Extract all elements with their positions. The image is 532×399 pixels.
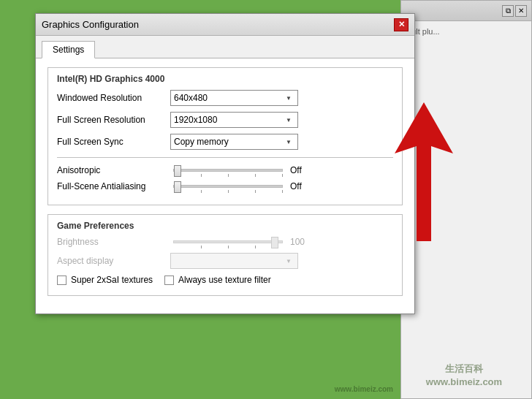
tick-8 [282, 190, 283, 193]
brightness-slider [173, 240, 283, 243]
windowed-resolution-label: Windowed Resolution [57, 93, 170, 103]
antialiasing-row: Full-Scene Antialiasing Off [57, 181, 393, 191]
fullscreen-resolution-dropdown[interactable]: 1920x1080 ▼ [170, 112, 298, 128]
fullscreen-sync-arrow-icon: ▼ [283, 134, 294, 149]
tab-settings[interactable]: Settings [42, 41, 95, 58]
aspect-display-arrow-icon: ▼ [283, 254, 294, 268]
tick-6 [228, 190, 229, 193]
dialog-title: Graphics Configuration [42, 19, 139, 30]
aspect-display-dropdown: ▼ [170, 253, 298, 269]
tab-strip: Settings [36, 36, 414, 58]
texture-filter-row: Always use texture filter [164, 275, 271, 285]
anisotropic-slider[interactable] [173, 169, 283, 172]
brightness-row: Brightness 100 [57, 237, 393, 247]
brightness-thumb [271, 237, 278, 248]
bg-window-content: ault plu... [401, 21, 531, 42]
chinese-watermark: 生活百科www.bimeiz.com [402, 354, 526, 398]
game-preferences-title: Game Preferences [57, 221, 393, 231]
fullscreen-sync-value: Copy memory [174, 137, 283, 147]
graphics-config-dialog: Graphics Configuration ✕ Settings Intel(… [35, 13, 415, 314]
game-preferences-section: Game Preferences Brightness 100 Aspect d… [48, 214, 403, 296]
antialiasing-label: Full-Scene Antialiasing [57, 181, 170, 191]
antialiasing-slider[interactable] [173, 185, 283, 188]
brightness-label: Brightness [57, 237, 170, 247]
tick-9 [201, 246, 202, 248]
chinese-text: 生活百科www.bimeiz.com [426, 362, 502, 389]
fullscreen-resolution-arrow-icon: ▼ [283, 113, 294, 127]
tick-2 [228, 174, 229, 177]
bg-close-button[interactable]: ✕ [515, 5, 527, 17]
fullscreen-sync-row: Full Screen Sync Copy memory ▼ [57, 134, 393, 150]
texture-filter-checkbox[interactable] [164, 276, 174, 285]
dialog-close-button[interactable]: ✕ [394, 18, 408, 31]
anisotropic-thumb[interactable] [174, 165, 181, 177]
windowed-resolution-arrow-icon: ▼ [283, 91, 294, 105]
super-2xsai-row: Super 2xSaI textures [57, 275, 153, 285]
super-2xsai-checkbox[interactable] [57, 276, 66, 285]
background-window: ⧉ ✕ ault plu... [400, 0, 532, 399]
antialiasing-value: Off [290, 181, 308, 191]
fullscreen-resolution-row: Full Screen Resolution 1920x1080 ▼ [57, 112, 393, 128]
tick-11 [255, 246, 256, 248]
graphics-section-title: Intel(R) HD Graphics 4000 [57, 74, 393, 84]
anisotropic-value: Off [290, 165, 308, 175]
fullscreen-sync-dropdown[interactable]: Copy memory ▼ [170, 134, 298, 150]
anisotropic-label: Anisotropic [57, 165, 170, 175]
tick-7 [255, 190, 256, 193]
fullscreen-resolution-value: 1920x1080 [174, 115, 283, 125]
tick-3 [255, 174, 256, 177]
antialiasing-thumb[interactable] [174, 181, 181, 193]
brightness-value: 100 [290, 237, 308, 247]
tick-5 [201, 190, 202, 193]
checkbox-group: Super 2xSaI textures Always use texture … [57, 275, 393, 288]
dialog-body: Intel(R) HD Graphics 4000 Windowed Resol… [36, 58, 414, 314]
dialog-titlebar: Graphics Configuration ✕ [36, 14, 414, 36]
tick-10 [228, 246, 229, 248]
bg-window-titlebar: ⧉ ✕ [401, 1, 531, 21]
section-divider [57, 157, 393, 158]
windowed-resolution-dropdown[interactable]: 640x480 ▼ [170, 90, 298, 106]
aspect-display-row: Aspect display ▼ [57, 253, 393, 269]
watermark-url: www.bimeiz.com [335, 385, 393, 393]
fullscreen-resolution-label: Full Screen Resolution [57, 115, 170, 125]
anisotropic-row: Anisotropic Off [57, 165, 393, 175]
texture-filter-label: Always use texture filter [178, 275, 271, 285]
bg-restore-button[interactable]: ⧉ [502, 5, 514, 17]
windowed-resolution-value: 640x480 [174, 93, 283, 103]
windowed-resolution-row: Windowed Resolution 640x480 ▼ [57, 90, 393, 106]
graphics-section: Intel(R) HD Graphics 4000 Windowed Resol… [48, 67, 403, 205]
fullscreen-sync-label: Full Screen Sync [57, 137, 170, 147]
aspect-display-label: Aspect display [57, 256, 170, 266]
tick-4 [282, 174, 283, 177]
super-2xsai-label: Super 2xSaI textures [71, 275, 153, 285]
tick-1 [201, 174, 202, 177]
